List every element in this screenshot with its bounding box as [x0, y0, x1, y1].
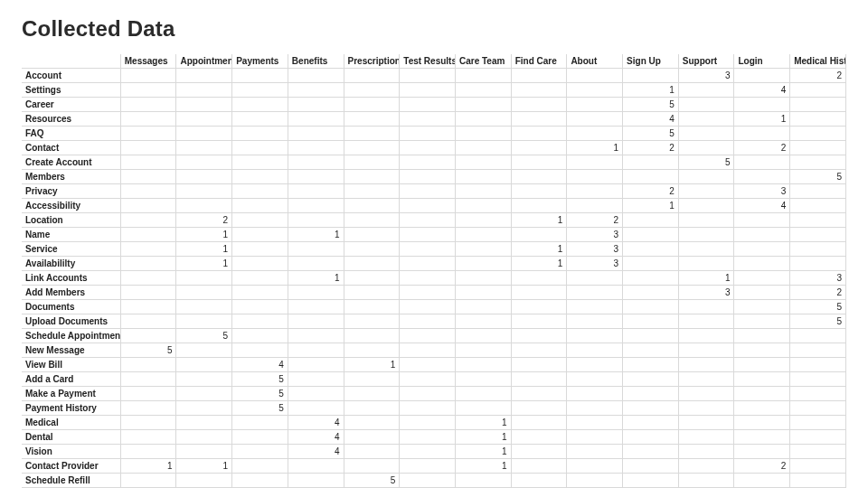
table-cell: 1: [455, 416, 511, 430]
table-cell: [678, 257, 734, 271]
table-cell: 2: [623, 184, 679, 199]
table-cell: [455, 343, 511, 358]
row-header: Service: [22, 242, 120, 257]
table-cell: [678, 184, 734, 199]
table-cell: [567, 358, 623, 372]
row-header: Contact Provider: [22, 459, 120, 474]
table-cell: [734, 387, 790, 401]
table-cell: [623, 314, 679, 329]
table-row: Make a Payment5: [22, 387, 846, 401]
table-cell: [678, 358, 734, 372]
table-cell: 4: [734, 83, 790, 98]
table-cell: [288, 127, 344, 141]
table-cell: [623, 329, 679, 343]
row-header: Schedule Appointment: [22, 329, 120, 343]
table-cell: [344, 257, 400, 271]
table-cell: 5: [232, 372, 288, 387]
table-cell: [344, 401, 400, 416]
table-cell: [567, 401, 623, 416]
table-cell: 3: [790, 271, 846, 286]
table-cell: [232, 83, 288, 98]
table-cell: [567, 329, 623, 343]
column-header: Support: [678, 54, 734, 69]
table-cell: [120, 127, 176, 141]
table-cell: [511, 401, 567, 416]
table-cell: [678, 300, 734, 314]
table-cell: [400, 358, 456, 372]
table-cell: [400, 155, 456, 170]
table-cell: [176, 474, 232, 488]
table-cell: [455, 112, 511, 127]
table-cell: [790, 112, 846, 127]
table-cell: [344, 127, 400, 141]
table-cell: [232, 474, 288, 488]
table-cell: [120, 170, 176, 184]
table-cell: [623, 372, 679, 387]
table-cell: [790, 358, 846, 372]
table-row: Contact Provider1112: [22, 459, 846, 474]
row-header: Availabililty: [22, 257, 120, 271]
table-cell: [176, 358, 232, 372]
table-cell: [288, 314, 344, 329]
table-cell: [344, 343, 400, 358]
table-cell: [120, 445, 176, 459]
table-cell: [623, 69, 679, 83]
table-cell: [511, 141, 567, 155]
table-cell: [678, 459, 734, 474]
table-cell: 1: [623, 199, 679, 213]
table-cell: [400, 459, 456, 474]
table-cell: [455, 329, 511, 343]
column-header: Login: [734, 54, 790, 69]
table-row: Link Accounts113: [22, 271, 846, 286]
table-cell: [455, 184, 511, 199]
table-cell: [120, 69, 176, 83]
row-header: Add Members: [22, 286, 120, 300]
table-cell: [400, 242, 456, 257]
table-cell: 3: [567, 242, 623, 257]
table-cell: 5: [790, 170, 846, 184]
table-cell: [790, 141, 846, 155]
table-cell: [455, 141, 511, 155]
row-header: Medical: [22, 416, 120, 430]
table-cell: 2: [623, 141, 679, 155]
table-row: Settings14: [22, 83, 846, 98]
table-cell: 1: [176, 242, 232, 257]
table-cell: [400, 343, 456, 358]
row-header: Accessibility: [22, 199, 120, 213]
table-cell: [288, 213, 344, 228]
table-cell: [232, 271, 288, 286]
table-cell: [734, 213, 790, 228]
table-cell: [344, 329, 400, 343]
table-cell: [734, 257, 790, 271]
table-cell: [511, 127, 567, 141]
table-cell: 1: [176, 257, 232, 271]
table-cell: [455, 170, 511, 184]
data-table-wrap: MessagesAppointmentsPaymentsBenefitsPres…: [22, 54, 846, 488]
table-cell: [400, 430, 456, 445]
table-cell: [176, 83, 232, 98]
table-cell: [288, 286, 344, 300]
table-cell: [678, 372, 734, 387]
table-cell: [120, 228, 176, 242]
table-cell: [400, 199, 456, 213]
table-cell: 4: [288, 416, 344, 430]
table-cell: [567, 271, 623, 286]
table-cell: [678, 474, 734, 488]
table-row: Add a Card5: [22, 372, 846, 387]
table-cell: [288, 474, 344, 488]
table-cell: [678, 314, 734, 329]
table-cell: [790, 343, 846, 358]
table-cell: [678, 213, 734, 228]
table-row: New Message5: [22, 343, 846, 358]
table-cell: 1: [511, 257, 567, 271]
table-cell: [455, 314, 511, 329]
table-cell: [734, 242, 790, 257]
table-row: Availabililty113: [22, 257, 846, 271]
table-cell: 4: [288, 430, 344, 445]
table-cell: [120, 271, 176, 286]
table-cell: [344, 141, 400, 155]
table-cell: [120, 184, 176, 199]
column-header: Care Team: [455, 54, 511, 69]
table-cell: [400, 300, 456, 314]
table-cell: [120, 83, 176, 98]
